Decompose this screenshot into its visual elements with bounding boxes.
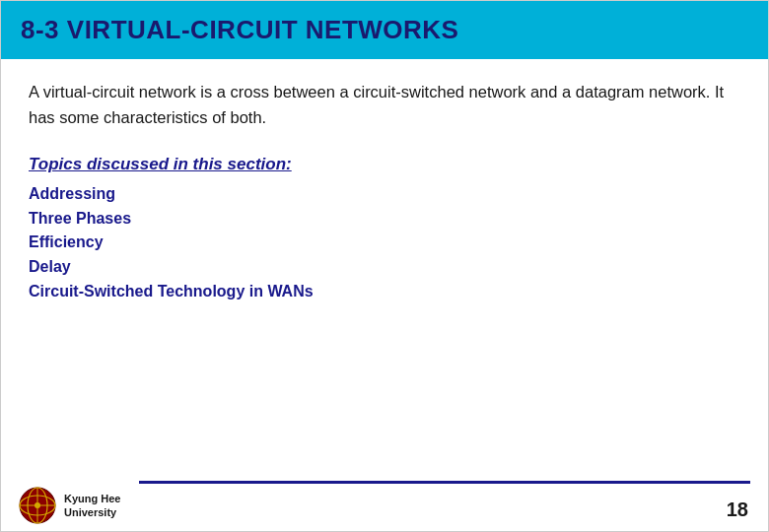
list-item: Delay	[29, 255, 740, 280]
list-item: Addressing	[29, 182, 740, 207]
university-logo-icon	[19, 487, 56, 524]
list-item: Efficiency	[29, 231, 740, 255]
slide-title: 8-3 VIRTUAL-CIRCUIT NETWORKS	[21, 15, 458, 44]
footer: Kyung Hee University	[1, 480, 768, 531]
topics-heading: Topics discussed in this section:	[29, 155, 740, 174]
slide-container: 8-3 VIRTUAL-CIRCUIT NETWORKS A virtual-c…	[0, 0, 769, 532]
list-item: Three Phases	[29, 207, 740, 232]
university-name: Kyung Hee University	[64, 492, 120, 520]
intro-paragraph: A virtual-circuit network is a cross bet…	[29, 79, 740, 131]
topics-list: Addressing Three Phases Efficiency Delay…	[29, 182, 740, 304]
footer-logo-area: Kyung Hee University	[19, 487, 120, 524]
page-number: 18	[727, 499, 748, 521]
list-item: Circuit-Switched Technology in WANs	[29, 280, 740, 304]
content-area: A virtual-circuit network is a cross bet…	[1, 59, 768, 314]
header-bar: 8-3 VIRTUAL-CIRCUIT NETWORKS	[1, 1, 768, 59]
